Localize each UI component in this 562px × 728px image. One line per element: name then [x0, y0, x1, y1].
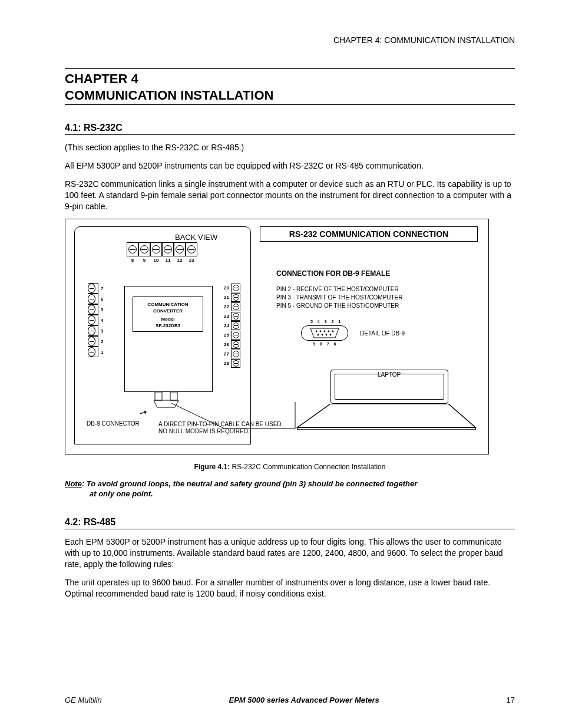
svg-point-10 [330, 334, 332, 336]
db9-detail-label: DETAIL OF DB-9 [360, 330, 405, 337]
rule-4-2 [65, 529, 515, 529]
rule-4-1 [65, 134, 515, 135]
figure-panel-title: RS-232 COMMUNICATION CONNECTION [260, 226, 478, 242]
right-terminal-column: 20 21 22 23 24 25 26 27 28 [221, 283, 240, 368]
note-label: Note [65, 479, 82, 488]
page-header: CHAPTER 4: COMMUNICATION INSTALLATION [65, 35, 515, 45]
s42-p2: The unit operates up to 9600 baud. For a… [65, 577, 515, 599]
s41-p1: (This section applies to the RS-232C or … [65, 142, 515, 153]
figure-caption: Figure 4.1: RS-232C Communication Connec… [65, 463, 515, 471]
db9-connector-label: DB-9 CONNECTOR [87, 420, 140, 427]
svg-point-7 [318, 334, 319, 336]
converter-box: COMMUNICATION CONVERTER Model SF-232DB3 [133, 297, 203, 332]
svg-rect-0 [155, 392, 162, 400]
page-number: 17 [507, 696, 515, 704]
top-terminal-labels: 8910111213 [127, 258, 197, 263]
svg-point-5 [328, 331, 330, 332]
section-4-2-head: 4.2: RS-485 [65, 517, 515, 528]
footer-left: GE Multilin [65, 696, 102, 704]
chapter-title: COMMUNICATION INSTALLATION [65, 88, 515, 103]
svg-point-8 [322, 334, 323, 336]
s41-p2: All EPM 5300P and 5200P instruments can … [65, 160, 515, 172]
connection-subhead: CONNECTION FOR DB-9 FEMALE [276, 269, 390, 278]
s41-p3: RS-232C communication links a single ins… [65, 179, 515, 212]
svg-point-9 [326, 334, 328, 336]
page-footer: GE Multilin EPM 5000 series Advanced Pow… [65, 696, 515, 704]
section-4-1-head: 4.1: RS-232C [65, 123, 515, 133]
db9-detail-icon [301, 325, 348, 341]
arrow-icon: ➚ [137, 406, 150, 419]
svg-point-4 [324, 331, 326, 332]
cable-line-icon [171, 396, 325, 431]
rule-top [65, 68, 515, 69]
left-terminal-column: 7 6 5 4 3 2 1 [88, 283, 107, 357]
chapter-number: CHAPTER 4 [65, 71, 515, 87]
svg-point-6 [332, 331, 334, 332]
svg-point-3 [320, 331, 322, 332]
rule-under-title [65, 104, 515, 105]
db9-bottom-pins: 9 8 7 6 [313, 342, 338, 346]
svg-point-2 [316, 331, 318, 332]
top-terminal-row [127, 242, 197, 256]
back-view-label: BACK VIEW [175, 233, 217, 242]
pin-assignments: PIN 2 - RECEIVE OF THE HOST/COMPUTER PIN… [276, 285, 402, 310]
note-block: Note: To avoid ground loops, the neutral… [65, 479, 515, 499]
footer-center: EPM 5000 series Advanced Power Meters [229, 696, 379, 704]
figure-4-1: BACK VIEW 8910111213 7 6 5 4 3 2 1 COMMU… [65, 219, 489, 454]
s42-p1: Each EPM 5300P or 5200P instrument has a… [65, 536, 515, 570]
db9-top-pins: 5 4 3 2 1 [310, 319, 342, 324]
